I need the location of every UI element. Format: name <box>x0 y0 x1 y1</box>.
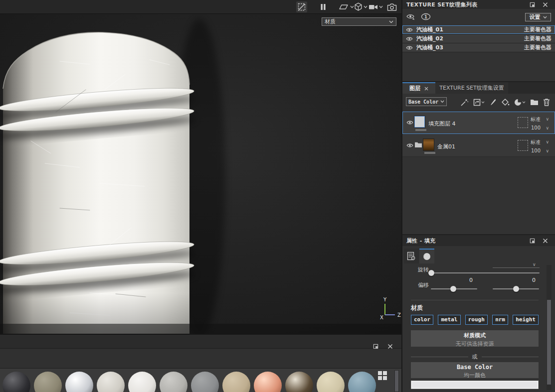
base-color-picker[interactable]: Base Color 均一颜色 <box>411 362 539 378</box>
layers-panel: 图层 TEXTURE SET纹理集设置 Base Color <box>402 82 555 234</box>
material-sphere[interactable] <box>191 372 219 392</box>
eye-single-icon[interactable]: 1 <box>421 13 431 20</box>
rotation-slider-track[interactable] <box>431 272 540 273</box>
svg-text:1: 1 <box>424 14 427 19</box>
perspective-view-icon[interactable] <box>337 1 355 12</box>
chevron-down-icon <box>543 16 547 19</box>
eye-icon[interactable] <box>406 27 413 32</box>
close-icon[interactable] <box>424 87 428 91</box>
mask-slot[interactable] <box>518 117 528 128</box>
material-mode-picker[interactable]: 材质模式 无可供选择资源 <box>411 330 539 347</box>
material-sphere[interactable] <box>222 372 250 392</box>
material-sphere[interactable] <box>348 372 376 392</box>
close-icon[interactable] <box>542 238 548 244</box>
channel-height-button[interactable]: height <box>513 315 539 325</box>
mask-slot[interactable] <box>518 140 528 151</box>
shelf-scrollbar[interactable] <box>394 370 399 392</box>
layer-thumbnail-bar <box>415 129 426 131</box>
properties-scrollbar[interactable] <box>547 265 552 390</box>
close-icon[interactable] <box>542 1 548 7</box>
clipped-dropdown[interactable] <box>493 267 540 268</box>
channel-rough-button[interactable]: rough <box>465 315 488 325</box>
texture-set-list: 汽油桶_01 主要着色器 汽油桶_02 主要着色器 汽油桶_03 主要着色器 <box>402 25 555 52</box>
mesh-cube-icon[interactable] <box>353 1 369 12</box>
trash-icon[interactable] <box>543 98 550 106</box>
material-sphere[interactable] <box>2 372 30 392</box>
tab-list-settings[interactable] <box>404 249 419 263</box>
tab-material-properties[interactable] <box>419 249 434 263</box>
opacity-dropdown[interactable]: 100 <box>531 125 541 131</box>
material-sphere-icon <box>422 252 431 261</box>
material-sphere[interactable] <box>254 372 282 392</box>
chevron-down-icon: ∨ <box>546 139 549 144</box>
material-sphere[interactable] <box>34 372 62 392</box>
channel-filter-dropdown[interactable]: Base Color <box>406 97 447 106</box>
paint-brush-icon[interactable] <box>489 98 497 106</box>
layer-row[interactable]: 填充图层 4 标准 ∨ 100 ∨ <box>402 112 555 134</box>
shading-mode-dropdown[interactable]: 材质 <box>322 17 396 26</box>
layer-row[interactable]: 金属01 标准 ∨ 100 ∨ <box>402 134 555 157</box>
camera-view-icon[interactable] <box>368 1 384 12</box>
tab-texture-set-settings[interactable]: TEXTURE SET纹理集设置 <box>435 82 508 94</box>
texture-set-row[interactable]: 汽油桶_03 主要着色器 <box>402 43 555 52</box>
oil-drum-model <box>0 14 401 334</box>
magic-wand-icon[interactable] <box>460 98 469 107</box>
paint-bucket-icon[interactable] <box>501 98 510 106</box>
or-label: 或 <box>472 353 478 361</box>
material-sphere[interactable] <box>160 372 187 392</box>
offset-u-slider-handle[interactable] <box>450 286 456 292</box>
texture-set-panel-title: TEXTURE SET纹理集列表 <box>406 1 478 8</box>
list-settings-icon <box>407 252 416 261</box>
texture-set-row[interactable]: 汽油桶_01 主要着色器 <box>402 25 555 34</box>
settings-dropdown-button[interactable]: 设置 <box>525 13 551 21</box>
rotation-label: 旋转 <box>418 266 429 273</box>
restore-window-icon[interactable] <box>529 238 535 244</box>
material-sphere[interactable] <box>128 372 156 392</box>
tab-layers[interactable]: 图层 <box>402 82 435 94</box>
blend-mode-dropdown[interactable]: 标准 <box>531 116 541 123</box>
material-sphere[interactable] <box>65 372 93 392</box>
offset-label: 偏移 <box>418 281 429 289</box>
channel-color-button[interactable]: color <box>411 315 433 325</box>
viewport-3d[interactable]: 材质 Y Z X <box>0 14 401 334</box>
selection-mask-disabled-icon[interactable] <box>296 1 307 12</box>
base-color-title: Base Color <box>411 362 539 371</box>
material-mode-title: 材质模式 <box>411 330 539 339</box>
pause-icon[interactable] <box>319 1 328 12</box>
offset-v-slider-handle[interactable] <box>513 286 519 292</box>
eye-sync-icon[interactable] <box>406 13 416 21</box>
material-sphere[interactable] <box>285 372 313 392</box>
smart-material-icon[interactable] <box>514 99 526 106</box>
channel-nrm-button[interactable]: nrm <box>492 315 508 325</box>
axis-gizmo[interactable]: Y Z X <box>371 295 401 323</box>
layer-thumbnail[interactable] <box>414 116 425 128</box>
opacity-dropdown[interactable]: 100 <box>531 148 541 153</box>
viewport-toolbar <box>0 0 401 14</box>
layer-thumbnail[interactable] <box>423 139 434 150</box>
screenshot-camera-icon[interactable] <box>386 1 398 12</box>
eye-icon[interactable] <box>406 120 413 125</box>
base-color-hint: 均一颜色 <box>411 371 539 379</box>
chevron-down-icon: ∨ <box>546 117 549 122</box>
base-color-swatch[interactable] <box>411 381 539 389</box>
restore-window-icon[interactable] <box>529 1 535 7</box>
material-sphere[interactable] <box>317 372 345 392</box>
material-shelf <box>0 369 401 392</box>
folder-icon[interactable] <box>530 99 539 106</box>
section-divider <box>411 300 539 300</box>
eye-icon[interactable] <box>406 36 413 41</box>
chevron-down-icon: ∨ <box>546 148 549 153</box>
properties-panel-header: 属性 - 填充 <box>402 235 555 246</box>
offset-u-value: 0 <box>460 277 473 283</box>
eye-icon[interactable] <box>406 45 413 50</box>
material-sphere[interactable] <box>97 372 125 392</box>
add-fill-layer-icon[interactable] <box>473 99 485 106</box>
blend-mode-dropdown[interactable]: 标准 <box>531 139 541 146</box>
texture-set-name: 汽油桶_03 <box>416 44 443 51</box>
rotation-slider-handle[interactable] <box>428 270 434 276</box>
eye-icon[interactable] <box>406 143 413 148</box>
properties-panel: 属性 - 填充 ∨ 旋转 0 0 偏移 材质 color <box>402 235 555 392</box>
grid-view-icon[interactable] <box>377 371 387 381</box>
channel-metal-button[interactable]: metal <box>438 315 460 325</box>
texture-set-row[interactable]: 汽油桶_02 主要着色器 <box>402 34 555 43</box>
